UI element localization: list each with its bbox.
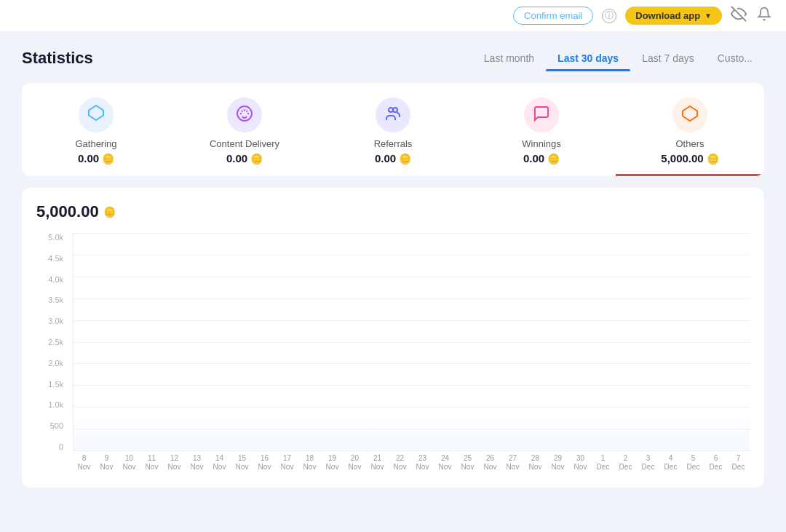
y-label: 0 — [59, 442, 63, 451]
gathering-label: Gathering — [75, 138, 116, 149]
confirm-email-button[interactable]: Confirm email — [513, 7, 593, 25]
x-day: 12 — [170, 454, 178, 463]
time-filter-last-7-days[interactable]: Last 7 days — [630, 47, 706, 70]
x-label-group: 21Nov — [366, 454, 389, 472]
x-label-group: 1Dec — [592, 454, 614, 472]
others-label: Others — [675, 138, 704, 149]
y-label: 5.0k — [48, 233, 63, 242]
x-day: 6 — [714, 454, 718, 463]
x-label-group: 23Nov — [411, 454, 434, 472]
x-day: 19 — [328, 454, 336, 463]
category-others[interactable]: Others 5,000.00 🪙 — [616, 83, 764, 176]
x-month: Nov — [303, 463, 317, 472]
gathering-icon — [87, 104, 105, 126]
x-month: Nov — [371, 463, 384, 472]
x-month: Dec — [619, 463, 632, 472]
category-content-delivery[interactable]: Content Delivery 0.00 🪙 — [170, 83, 319, 176]
topbar-icons — [731, 6, 771, 25]
referrals-label: Referrals — [374, 138, 413, 149]
x-month: Nov — [236, 463, 249, 472]
x-label-group: 28Nov — [524, 454, 547, 472]
x-label-group: 15Nov — [231, 454, 253, 472]
winnings-coin-icon: 🪙 — [547, 153, 560, 164]
gathering-icon-wrap — [79, 98, 114, 132]
x-label-group: 5Dec — [682, 454, 704, 472]
x-month: Nov — [258, 463, 271, 472]
x-day: 21 — [373, 454, 381, 463]
x-label-group: 20Nov — [344, 454, 366, 472]
x-day: 17 — [283, 454, 291, 463]
time-filter-last-month[interactable]: Last month — [472, 47, 546, 70]
x-day: 7 — [737, 454, 741, 463]
x-label-group: 22Nov — [389, 454, 411, 472]
x-month: Nov — [416, 463, 429, 472]
x-axis: 8Nov9Nov10Nov11Nov12Nov13Nov14Nov15Nov16… — [73, 451, 750, 480]
gathering-value: 0.00 🪙 — [78, 152, 114, 164]
x-month: Nov — [461, 463, 475, 472]
x-month: Nov — [123, 463, 136, 472]
x-day: 8 — [82, 454, 87, 463]
category-referrals[interactable]: Referrals 0.00 🪙 — [319, 83, 467, 176]
x-label-group: 18Nov — [298, 454, 321, 472]
x-day: 11 — [148, 454, 156, 463]
x-day: 27 — [509, 454, 517, 463]
x-month: Dec — [642, 463, 655, 472]
x-label-group: 7Dec — [727, 454, 750, 472]
x-month: Nov — [394, 463, 407, 472]
category-gathering[interactable]: Gathering 0.00 🪙 — [22, 83, 170, 176]
others-icon — [681, 105, 699, 125]
content-delivery-label: Content Delivery — [210, 138, 279, 149]
others-value: 5,000.00 🪙 — [661, 152, 718, 164]
x-month: Nov — [349, 463, 362, 472]
x-month: Nov — [529, 463, 542, 472]
x-day: 25 — [464, 454, 472, 463]
x-day: 2 — [624, 454, 628, 463]
download-app-button[interactable]: Download app ▼ — [625, 7, 722, 25]
referrals-icon — [384, 105, 402, 125]
x-label-group: 10Nov — [118, 454, 140, 472]
bell-icon[interactable] — [757, 7, 771, 25]
x-month: Nov — [78, 463, 91, 472]
x-label-group: 11Nov — [140, 454, 163, 472]
x-label-group: 13Nov — [186, 454, 208, 472]
svg-point-3 — [393, 108, 397, 112]
time-filter-last-30-days[interactable]: Last 30 days — [546, 47, 630, 70]
y-label: 2.0k — [48, 359, 63, 368]
x-day: 29 — [554, 454, 562, 463]
chevron-down-icon: ▼ — [704, 12, 712, 20]
x-day: 28 — [531, 454, 539, 463]
x-month: Dec — [664, 463, 678, 472]
x-month: Nov — [281, 463, 294, 472]
y-label: 1.0k — [48, 400, 63, 409]
y-label: 4.5k — [48, 254, 63, 263]
svg-marker-4 — [683, 106, 697, 121]
chart-total-coin-icon: 🪙 — [103, 206, 116, 218]
page-title: Statistics — [22, 49, 93, 68]
x-label-group: 16Nov — [253, 454, 276, 472]
x-month: Nov — [213, 463, 226, 472]
x-month: Nov — [507, 463, 520, 472]
x-day: 20 — [351, 454, 359, 463]
info-icon[interactable]: ⓘ — [602, 9, 616, 23]
x-month: Nov — [100, 463, 114, 472]
time-filters: Last month Last 30 days Last 7 days Cust… — [472, 47, 764, 70]
x-month: Dec — [597, 463, 610, 472]
x-label-group: 29Nov — [547, 454, 569, 472]
others-coin-icon: 🪙 — [707, 153, 719, 164]
content-delivery-icon — [236, 105, 253, 125]
y-label: 3.0k — [48, 317, 63, 325]
stats-header: Statistics Last month Last 30 days Last … — [22, 47, 764, 70]
x-month: Nov — [552, 463, 565, 472]
time-filter-custom[interactable]: Custo... — [706, 47, 764, 70]
eye-off-icon[interactable] — [731, 6, 747, 25]
x-day: 4 — [669, 454, 673, 463]
x-label-group: 26Nov — [479, 454, 501, 472]
x-day: 14 — [215, 454, 223, 463]
category-winnings[interactable]: Winnings 0.00 🪙 — [467, 83, 616, 176]
x-label-group: 27Nov — [501, 454, 524, 472]
y-label: 1.5k — [48, 380, 63, 389]
gathering-coin-icon: 🪙 — [102, 153, 114, 164]
x-label-group: 17Nov — [276, 454, 298, 472]
x-day: 5 — [691, 454, 696, 463]
x-month: Dec — [687, 463, 700, 472]
